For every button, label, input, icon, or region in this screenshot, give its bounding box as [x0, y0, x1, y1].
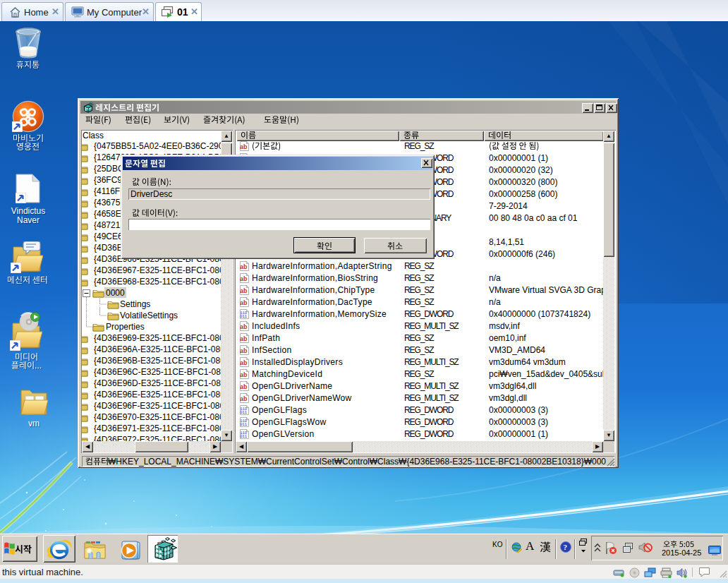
svg-text:?: ?: [564, 543, 568, 551]
svg-text:ab: ab: [240, 299, 248, 306]
svg-text:011: 011: [240, 434, 248, 439]
svg-text:011: 011: [240, 422, 248, 427]
svg-text:ab: ab: [240, 263, 248, 270]
svg-text:ab: ab: [240, 143, 248, 150]
svg-text:ab: ab: [240, 287, 248, 294]
svg-text:ab: ab: [240, 383, 248, 390]
svg-text:ab: ab: [240, 371, 248, 378]
svg-text:ab: ab: [240, 359, 248, 366]
svg-text:ab: ab: [240, 275, 248, 282]
svg-text:011: 011: [240, 410, 248, 415]
svg-text:ab: ab: [240, 347, 248, 354]
svg-text:ab: ab: [240, 335, 248, 342]
svg-text:011: 011: [240, 314, 248, 319]
svg-text:ab: ab: [240, 323, 248, 330]
svg-text:ab: ab: [240, 395, 248, 402]
